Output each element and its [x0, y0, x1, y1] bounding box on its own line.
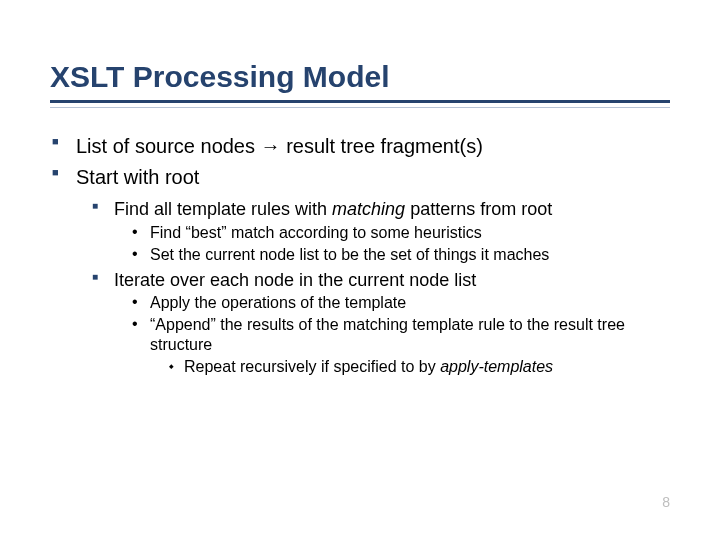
bullet-text: Repeat recursively if specified to by: [184, 358, 440, 375]
bullet-text: Set the current node list to be the set …: [150, 246, 549, 263]
bullet-list-lvl3: Find “best” match according to some heur…: [128, 223, 670, 265]
bullet-text: patterns from root: [405, 199, 552, 219]
bullet-text-italic: apply-templates: [440, 358, 553, 375]
bullet-item: “Append” the results of the matching tem…: [128, 315, 670, 378]
bullet-item: Repeat recursively if specified to by ap…: [164, 357, 670, 378]
bullet-text: Iterate over each node in the current no…: [114, 270, 476, 290]
arrow-icon: →: [255, 135, 286, 157]
title-underline: [50, 100, 670, 103]
bullet-list: List of source nodes → result tree fragm…: [50, 134, 670, 378]
bullet-item: Set the current node list to be the set …: [128, 245, 670, 265]
bullet-list-lvl2: Find all template rules with matching pa…: [90, 198, 670, 378]
bullet-item: Find “best” match according to some heur…: [128, 223, 670, 243]
bullet-text: result tree fragment(s): [286, 135, 483, 157]
bullet-item: Start with root Find all template rules …: [50, 165, 670, 378]
bullet-text: List of source nodes: [76, 135, 255, 157]
bullet-text: “Append” the results of the matching tem…: [150, 316, 625, 353]
bullet-text-italic: matching: [332, 199, 405, 219]
bullet-list-lvl3: Apply the operations of the template “Ap…: [128, 293, 670, 378]
bullet-item: Find all template rules with matching pa…: [90, 198, 670, 265]
bullet-item: Iterate over each node in the current no…: [90, 269, 670, 378]
page-number: 8: [662, 494, 670, 510]
bullet-item: List of source nodes → result tree fragm…: [50, 134, 670, 159]
title-underline-thin: [50, 107, 670, 108]
bullet-text: Find all template rules with: [114, 199, 332, 219]
bullet-item: Apply the operations of the template: [128, 293, 670, 313]
slide-title: XSLT Processing Model: [50, 60, 670, 94]
bullet-list-lvl4: Repeat recursively if specified to by ap…: [164, 357, 670, 378]
bullet-text: Start with root: [76, 166, 199, 188]
bullet-text: Apply the operations of the template: [150, 294, 406, 311]
bullet-text: Find “best” match according to some heur…: [150, 224, 482, 241]
